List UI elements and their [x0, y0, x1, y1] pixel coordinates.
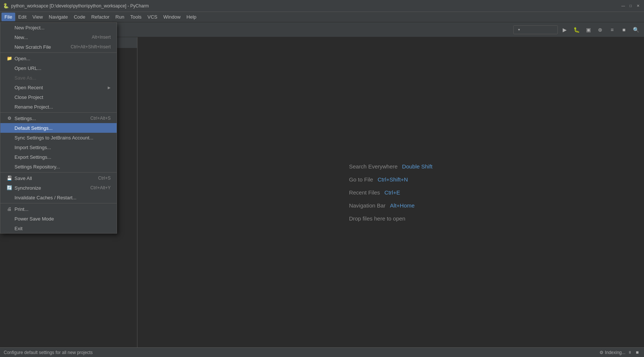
menu-bar-item-view[interactable]: View — [29, 13, 46, 21]
invalidate-caches-icon — [6, 194, 12, 200]
menu-open[interactable]: 📁 Open... — [0, 54, 117, 63]
arrow-icon: ▶ — [108, 86, 111, 90]
menu-import-settings[interactable]: Import Settings... — [0, 142, 117, 152]
open-url-icon — [6, 65, 12, 71]
shortcut-label-goto-file: Go to File — [349, 176, 373, 183]
window-controls: — □ ✕ — [620, 3, 641, 9]
power-save-icon — [6, 216, 12, 222]
open-recent-icon — [6, 84, 12, 90]
menu-rename-project[interactable]: Rename Project... — [0, 102, 117, 112]
shortcut-row-nav-bar: Navigation Bar Alt+Home — [349, 202, 415, 209]
new-scratch-icon — [6, 44, 12, 50]
menu-invalidate-caches[interactable]: Invalidate Caches / Restart... — [0, 193, 117, 202]
menu-sync-settings[interactable]: Sync Settings to JetBrains Account... — [0, 133, 117, 142]
menu-default-settings[interactable]: Default Settings... — [0, 123, 117, 133]
status-left: Configure default settings for all new p… — [4, 350, 92, 355]
menu-open-url[interactable]: Open URL... — [0, 63, 117, 73]
minimize-button[interactable]: — — [620, 3, 626, 9]
close-button[interactable]: ✕ — [635, 3, 641, 9]
new-icon — [6, 34, 12, 40]
title-bar: 🐍 python_worksapce [D:\develop\python\py… — [0, 0, 644, 12]
menu-new-scratch-file[interactable]: New Scratch File Ctrl+Alt+Shift+Insert — [0, 42, 117, 52]
settings-icon: ⚙ — [6, 115, 12, 121]
shortcut-key-recent-files: Ctrl+E — [384, 189, 400, 196]
menu-power-save-mode[interactable]: Power Save Mode — [0, 214, 117, 223]
pause-indexing-button[interactable]: ⏸ — [627, 350, 633, 356]
default-settings-icon — [6, 125, 12, 131]
shortcut-row-recent-files: Recent Files Ctrl+E — [349, 189, 400, 196]
search-everywhere-button[interactable]: 🔍 — [631, 25, 641, 35]
menu-bar-item-run[interactable]: Run — [113, 13, 127, 21]
status-right: ⚙ Indexing... ⏸ ⏹ — [599, 350, 640, 356]
menu-export-settings[interactable]: Export Settings... — [0, 152, 117, 162]
menu-bar-item-window[interactable]: Window — [160, 13, 183, 21]
concurrency-diagram-button[interactable]: ≡ — [607, 25, 617, 35]
chevron-down-icon: ▾ — [518, 28, 520, 32]
menu-bar: FileEditViewNavigateCodeRefactorRunTools… — [0, 12, 644, 22]
new-project-icon — [6, 25, 12, 30]
menu-close-project[interactable]: Close Project — [0, 92, 117, 102]
indexing-text: Indexing... — [605, 350, 625, 355]
save-as-icon — [6, 75, 12, 81]
menu-bar-item-vcs[interactable]: VCS — [144, 13, 160, 21]
app-icon: 🐍 — [3, 3, 9, 9]
menu-bar-item-refactor[interactable]: Refactor — [88, 13, 113, 21]
menu-bar-item-code[interactable]: Code — [71, 13, 88, 21]
shortcut-row-search: Search Everywhere Double Shift — [349, 163, 433, 170]
separator-1 — [0, 52, 117, 53]
menu-settings[interactable]: ⚙ Settings... Ctrl+Alt+S — [0, 113, 117, 123]
stop-indexing-button[interactable]: ⏹ — [634, 350, 640, 356]
menu-new-project[interactable]: New Project... — [0, 23, 117, 32]
menu-print[interactable]: 🖨 Print... — [0, 204, 117, 214]
shortcut-row-drop-files: Drop files here to open — [349, 215, 406, 222]
shortcut-key-search: Double Shift — [402, 163, 433, 170]
import-settings-icon — [6, 144, 12, 150]
menu-bar-item-help[interactable]: Help — [183, 13, 199, 21]
shortcut-label-search: Search Everywhere — [349, 163, 398, 170]
status-configure-text: Configure default settings for all new p… — [4, 350, 92, 355]
shortcut-key-goto-file: Ctrl+Shift+N — [378, 176, 408, 183]
menu-synchronize[interactable]: 🔄 Synchronize Ctrl+Alt+Y — [0, 183, 117, 193]
separator-2 — [0, 112, 117, 113]
shortcut-label-nav-bar: Navigation Bar — [349, 202, 386, 209]
status-bar: Configure default settings for all new p… — [0, 347, 644, 357]
menu-open-recent[interactable]: Open Recent ▶ — [0, 83, 117, 92]
stop-button[interactable]: ■ — [619, 25, 629, 35]
menu-save-all[interactable]: 💾 Save All Ctrl+S — [0, 173, 117, 183]
shortcut-label-recent-files: Recent Files — [349, 189, 380, 196]
shortcut-label-drop-files: Drop files here to open — [349, 215, 406, 222]
menu-new[interactable]: New... Alt+Insert — [0, 32, 117, 42]
menu-settings-repository[interactable]: Settings Repository... — [0, 162, 117, 171]
menu-bar-item-edit[interactable]: Edit — [15, 13, 29, 21]
exit-icon — [6, 225, 12, 231]
synchronize-icon: 🔄 — [6, 185, 12, 191]
shortcut-list: Search Everywhere Double Shift Go to Fil… — [349, 163, 433, 222]
indexing-spinner-icon: ⚙ — [599, 350, 604, 355]
close-project-icon — [6, 94, 12, 100]
debug-button[interactable]: 🐛 — [571, 25, 582, 35]
menu-exit[interactable]: Exit — [0, 223, 117, 233]
save-all-icon: 💾 — [6, 175, 12, 181]
separator-4 — [0, 203, 117, 203]
rename-project-icon — [6, 104, 12, 110]
shortcut-row-goto-file: Go to File Ctrl+Shift+N — [349, 176, 408, 183]
run-button[interactable]: ▶ — [559, 25, 570, 35]
menu-bar-item-file[interactable]: File — [1, 13, 15, 21]
separator-3 — [0, 172, 117, 173]
print-icon: 🖨 — [6, 206, 12, 212]
file-menu-dropdown: New Project... New... Alt+Insert New Scr… — [0, 22, 117, 234]
settings-repo-icon — [6, 164, 12, 170]
export-settings-icon — [6, 154, 12, 160]
folder-icon: 📁 — [6, 55, 12, 61]
run-with-coverage-button[interactable]: ▣ — [583, 25, 593, 35]
run-config-dropdown[interactable]: ▾ — [513, 25, 558, 34]
window-title: python_worksapce [D:\develop\python\pyth… — [11, 3, 620, 9]
editor-area: Search Everywhere Double Shift Go to Fil… — [137, 37, 644, 347]
profile-button[interactable]: ⊕ — [595, 25, 605, 35]
menu-bar-item-navigate[interactable]: Navigate — [46, 13, 71, 21]
maximize-button[interactable]: □ — [628, 3, 634, 9]
menu-save-as[interactable]: Save As... — [0, 73, 117, 83]
shortcut-key-nav-bar: Alt+Home — [390, 202, 414, 209]
menu-bar-item-tools[interactable]: Tools — [127, 13, 144, 21]
sync-settings-icon — [6, 135, 12, 141]
